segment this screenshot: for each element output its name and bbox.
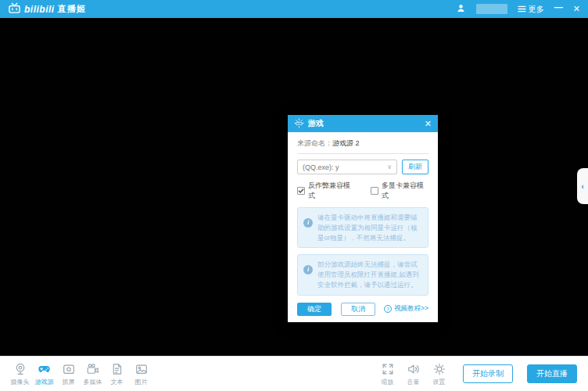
dialog-body: 来源命名： (QQ.exe): y ∨ 刷新 <box>288 132 438 322</box>
app-title: 直播姬 <box>58 3 86 15</box>
media-icon <box>85 362 100 376</box>
checkbox-unchecked-icon <box>371 187 378 195</box>
source-camera-label: 摄像头 <box>11 378 30 386</box>
volume-control-label: 音量 <box>407 378 420 386</box>
info-icon: i <box>303 265 313 274</box>
info-icon: i <box>303 218 313 228</box>
ok-button[interactable]: 确定 <box>297 303 332 316</box>
username-field[interactable] <box>476 4 507 14</box>
refresh-button[interactable]: 刷新 <box>402 160 428 174</box>
minimize-button[interactable]: — <box>554 3 563 12</box>
multigpu-compat-label: 多显卡兼容模式 <box>382 181 428 201</box>
compat-options-row: 反作弊兼容模式 多显卡兼容模式 <box>297 181 428 201</box>
image-icon <box>134 362 149 376</box>
source-name-input[interactable] <box>332 140 411 148</box>
source-media[interactable]: 多媒体 <box>81 362 105 386</box>
process-select[interactable]: (QQ.exe): y ∨ <box>297 160 397 174</box>
zoom-control[interactable]: 缩放 <box>375 362 400 386</box>
anticheat-compat-label: 反作弊兼容模式 <box>308 181 355 201</box>
checkbox-checked-icon <box>297 187 305 195</box>
titlebar-controls: 更多 — ✕ <box>456 2 580 16</box>
zoom-arrows-icon <box>381 362 395 376</box>
titlebar: bilibili 直播姬 更多 — ✕ <box>0 0 588 18</box>
multigpu-compat-checkbox[interactable]: 多显卡兼容模式 <box>371 181 428 201</box>
user-icon[interactable] <box>456 2 466 16</box>
source-game-label: 游戏源 <box>35 378 54 386</box>
source-name-label: 来源命名： <box>297 138 332 149</box>
app-logo: bilibili 直播姬 <box>8 2 86 16</box>
bottom-toolbar: 摄像头 游戏源 抓屏 多媒体 <box>0 356 588 391</box>
more-menu[interactable]: 更多 <box>518 4 544 15</box>
start-live-button[interactable]: 开始直播 <box>527 364 577 383</box>
process-select-row: (QQ.exe): y ∨ 刷新 <box>297 160 428 174</box>
webcam-icon <box>13 362 27 376</box>
video-tutorial-link[interactable]: ? 视频教程>> <box>384 304 428 314</box>
source-image[interactable]: 图片 <box>129 362 153 386</box>
source-game[interactable]: 游戏源 <box>32 362 56 386</box>
zoom-control-label: 缩放 <box>382 378 394 386</box>
more-label: 更多 <box>529 4 544 15</box>
gpu-driver-notice: i 请在显卡驱动中将直播姬和需要辅助的游戏设置为相同显卡运行（核显or独显），不… <box>297 207 428 248</box>
gamepad-icon <box>37 362 52 376</box>
dialog-title: 游戏 <box>308 118 324 129</box>
dialog-footer: 确定 取消 ? 视频教程>> <box>297 303 428 316</box>
gpu-driver-notice-text: 请在显卡驱动中将直播姬和需要辅助的游戏设置为相同显卡运行（核显or独显），不然将… <box>317 213 422 242</box>
admin-permission-notice-text: 部分游戏源始终无法捕捉，请尝试使用管理员权限打开直播姬,如遇到安全软件拦截，请予… <box>317 260 422 289</box>
dialog-header: 游戏 ✕ <box>288 115 438 132</box>
chevron-left-icon: ‹ <box>581 181 584 191</box>
source-text-label: 文本 <box>111 378 124 386</box>
screen-capture-icon <box>62 362 76 376</box>
chevron-down-icon: ∨ <box>387 163 392 170</box>
video-tutorial-label: 视频教程>> <box>394 304 428 314</box>
settings-control-label: 设置 <box>433 378 446 386</box>
help-circle-icon: ? <box>384 305 392 313</box>
dialog-close-icon[interactable]: ✕ <box>425 120 432 128</box>
right-controls: 缩放 音量 设置 <box>375 362 452 386</box>
app-name: bilibili <box>24 4 55 15</box>
close-button[interactable]: ✕ <box>573 5 580 13</box>
source-media-label: 多媒体 <box>84 378 102 386</box>
bilibili-tv-icon <box>8 2 21 16</box>
game-glow-icon <box>294 118 304 130</box>
admin-permission-notice: i 部分游戏源始终无法捕捉，请尝试使用管理员权限打开直播姬,如遇到安全软件拦截，… <box>297 254 428 295</box>
source-camera[interactable]: 摄像头 <box>8 362 32 386</box>
settings-control[interactable]: 设置 <box>426 362 452 386</box>
source-name-row: 来源命名： <box>297 138 428 154</box>
source-screen-capture-label: 抓屏 <box>63 378 75 386</box>
volume-control[interactable]: 音量 <box>400 362 426 386</box>
volume-icon <box>407 362 421 376</box>
gear-icon <box>432 362 446 376</box>
cancel-button[interactable]: 取消 <box>341 303 375 316</box>
preview-stage: ‹ 游戏 ✕ 来源命名： <box>0 18 588 356</box>
source-image-label: 图片 <box>135 378 148 386</box>
source-screen-capture[interactable]: 抓屏 <box>56 362 81 386</box>
hamburger-icon <box>518 5 526 13</box>
start-record-button[interactable]: 开始录制 <box>463 364 513 383</box>
text-icon <box>110 362 124 376</box>
panel-expand-handle[interactable]: ‹ <box>577 168 588 204</box>
app-window: bilibili 直播姬 更多 — ✕ ‹ <box>0 0 588 391</box>
source-text[interactable]: 文本 <box>105 362 129 386</box>
game-source-dialog: 游戏 ✕ 来源命名： (QQ.exe): y ∨ 刷新 <box>288 115 438 322</box>
anticheat-compat-checkbox[interactable]: 反作弊兼容模式 <box>297 181 355 201</box>
process-select-value: (QQ.exe): y <box>303 163 339 171</box>
